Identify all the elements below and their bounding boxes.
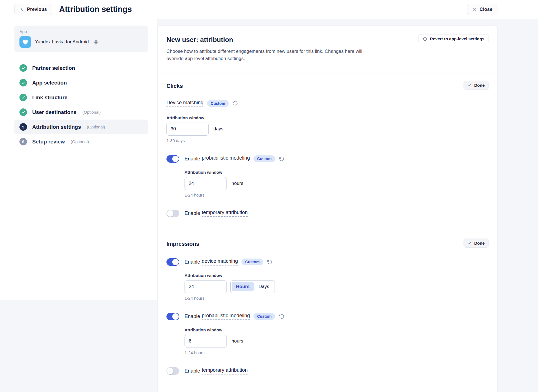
- enable-prefix: Enable: [185, 314, 200, 319]
- days-option[interactable]: Days: [254, 282, 273, 291]
- step-label: Attribution settings: [32, 124, 81, 130]
- impressions-title: Impressions: [166, 241, 488, 247]
- android-icon: [93, 39, 99, 45]
- probabilistic-modeling-link[interactable]: probabilistic modeling: [202, 155, 250, 162]
- yandex-lavka-app-icon: [19, 36, 31, 48]
- probabilistic-modeling-toggle[interactable]: [166, 313, 179, 320]
- step-optional-tag: (Optional): [87, 125, 105, 129]
- page-title: Attribution settings: [59, 5, 132, 14]
- toggle-knob: [172, 259, 179, 265]
- check-icon: [468, 241, 472, 245]
- hours-option[interactable]: Hours: [232, 282, 254, 291]
- toggle-knob: [172, 313, 179, 320]
- probabilistic-modeling-row: Enable probabilistic modeling Custom: [166, 155, 488, 163]
- sidebar-step-attribution-settings[interactable]: 5 Attribution settings (Optional): [14, 120, 148, 134]
- temporary-attribution-link[interactable]: temporary attribution: [202, 210, 248, 217]
- close-button[interactable]: Close: [467, 4, 497, 15]
- panel-description: Choose how to attribute different engage…: [166, 48, 373, 63]
- enable-prefix: Enable: [185, 259, 200, 265]
- enable-prefix: Enable: [185, 156, 200, 162]
- check-circle-icon: [19, 64, 27, 72]
- custom-badge: Custom: [207, 100, 229, 107]
- range-hint: 1-24 hours: [185, 193, 488, 197]
- probabilistic-window-input[interactable]: [185, 177, 227, 190]
- device-matching-row: Device matching Custom: [166, 100, 488, 107]
- attribution-window-label: Attribution window: [166, 115, 488, 120]
- attribution-window-label: Attribution window: [185, 170, 488, 175]
- revert-label: Revert to app-level settings: [430, 36, 484, 41]
- probabilistic-modeling-link[interactable]: probabilistic modeling: [202, 313, 250, 320]
- heart-logo-icon: [22, 39, 29, 45]
- temporary-attribution-toggle[interactable]: [166, 210, 179, 217]
- sidebar-step-partner-selection[interactable]: Partner selection: [14, 61, 148, 75]
- step-optional-tag: (Optional): [71, 139, 89, 144]
- step-optional-tag: (Optional): [82, 110, 101, 115]
- device-matching-toggle[interactable]: [166, 258, 179, 266]
- probabilistic-revert-button[interactable]: [279, 314, 284, 319]
- toggle-knob: [167, 210, 173, 217]
- wizard-steps: Partner selection App selection Link str…: [14, 61, 148, 149]
- top-bar: Previous Attribution settings Close: [0, 0, 538, 19]
- clicks-section: Clicks Done Device matching Custom Attri…: [158, 73, 497, 231]
- check-icon: [468, 83, 472, 87]
- probabilistic-settings: Attribution window hours 1-24 hours: [185, 170, 488, 197]
- custom-badge: Custom: [253, 155, 275, 162]
- sidebar-step-user-destinations[interactable]: User destinations (Optional): [14, 105, 148, 120]
- revert-icon: [279, 156, 284, 162]
- clicks-title: Clicks: [166, 83, 488, 89]
- device-matching-settings: Attribution window Hours Days 1-24 hours: [185, 273, 488, 301]
- probabilistic-settings: Attribution window hours 1-24 hours: [185, 328, 488, 355]
- toggle-knob: [172, 156, 179, 162]
- device-matching-revert-button[interactable]: [267, 259, 272, 265]
- previous-button[interactable]: Previous: [14, 4, 52, 15]
- panel-header: New user: attribution Choose how to attr…: [158, 26, 497, 73]
- range-hint: 1-30 days: [166, 138, 488, 143]
- chevron-left-icon: [19, 7, 24, 12]
- device-window-input[interactable]: [185, 280, 227, 293]
- custom-badge: Custom: [253, 313, 275, 320]
- revert-to-app-level-button[interactable]: Revert to app-level settings: [418, 34, 489, 43]
- enable-prefix: Enable: [185, 368, 200, 374]
- step-label: User destinations: [32, 109, 76, 115]
- device-matching-link[interactable]: Device matching: [166, 100, 203, 107]
- temporary-attribution-link[interactable]: temporary attribution: [202, 367, 248, 374]
- revert-icon: [279, 314, 284, 319]
- step-label: Link structure: [32, 95, 68, 101]
- probabilistic-revert-button[interactable]: [279, 156, 284, 162]
- attribution-window-label: Attribution window: [185, 273, 488, 278]
- unit-segmented-control: Hours Days: [230, 280, 275, 293]
- content-area: App Yandex.Lavka for Android: [0, 19, 538, 392]
- close-icon: [472, 7, 477, 12]
- probabilistic-window-input[interactable]: [185, 335, 227, 348]
- step-label: Setup review: [32, 139, 65, 145]
- sidebar: App Yandex.Lavka for Android: [14, 26, 148, 149]
- done-label: Done: [474, 241, 485, 245]
- clicks-done-button[interactable]: Done: [464, 81, 489, 90]
- probabilistic-modeling-row: Enable probabilistic modeling Custom: [166, 313, 488, 320]
- check-circle-icon: [19, 94, 27, 101]
- revert-icon: [233, 101, 238, 106]
- previous-label: Previous: [27, 7, 47, 12]
- check-circle-icon: [19, 79, 27, 86]
- device-matching-revert-button[interactable]: [233, 101, 238, 106]
- sidebar-step-setup-review[interactable]: 6 Setup review (Optional): [14, 134, 148, 149]
- step-label: Partner selection: [32, 65, 75, 71]
- probabilistic-modeling-toggle[interactable]: [166, 155, 179, 163]
- sidebar-step-link-structure[interactable]: Link structure: [14, 90, 148, 105]
- device-matching-link[interactable]: device matching: [202, 258, 238, 266]
- custom-badge: Custom: [241, 259, 263, 265]
- temporary-attribution-toggle[interactable]: [166, 367, 179, 375]
- app-name: Yandex.Lavka for Android: [35, 39, 89, 45]
- device-matching-row: Enable device matching Custom: [166, 258, 488, 266]
- unit-label: hours: [231, 181, 243, 186]
- revert-icon: [267, 259, 272, 265]
- enable-prefix: Enable: [185, 210, 200, 216]
- impressions-done-button[interactable]: Done: [464, 239, 489, 248]
- range-hint: 1-24 hours: [185, 350, 488, 355]
- app-box: App Yandex.Lavka for Android: [14, 26, 148, 52]
- clicks-window-input[interactable]: [166, 123, 209, 136]
- sidebar-step-app-selection[interactable]: App selection: [14, 75, 148, 90]
- step-number-badge: 5: [19, 123, 27, 131]
- revert-icon: [423, 37, 427, 41]
- step-number-badge: 6: [19, 138, 27, 145]
